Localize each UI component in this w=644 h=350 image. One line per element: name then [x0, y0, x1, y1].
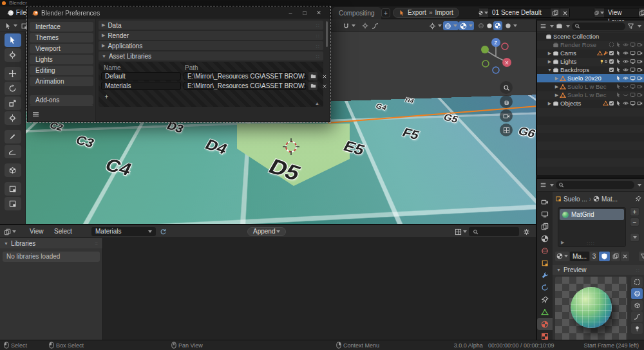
file-menu[interactable]: File [4, 8, 29, 18]
scene-name-field[interactable]: 01 Scene Default [488, 8, 550, 17]
editor-type-icon[interactable] [540, 23, 547, 30]
chk-toggle-icon[interactable] [609, 67, 614, 73]
ptr-toggle-icon[interactable] [616, 42, 621, 48]
preview-section-header[interactable]: ▼ Preview :: [553, 265, 644, 275]
sq-toggle-icon[interactable] [609, 42, 614, 48]
properties-tab-view-layer[interactable] [537, 220, 553, 232]
ptr-toggle-icon[interactable] [616, 92, 621, 98]
expand-arrow[interactable]: ▶ [547, 51, 553, 56]
tool-cursor[interactable] [5, 48, 21, 62]
expand-arrow[interactable]: ▼ [547, 68, 553, 72]
ptr-toggle-icon[interactable] [616, 50, 621, 56]
expand-arrow[interactable]: ▶ [554, 76, 560, 81]
eye-toggle-icon[interactable] [623, 59, 629, 64]
browse-folder-button[interactable] [308, 72, 317, 80]
sidebar-item-add-ons[interactable]: Add-ons [30, 95, 93, 105]
preferences-scrollbar[interactable] [326, 21, 328, 47]
scene-browse-icon[interactable] [478, 8, 488, 17]
unlink-material-button[interactable] [621, 252, 629, 261]
preview-shape-plane[interactable] [631, 277, 643, 288]
export-button[interactable]: Export [408, 8, 426, 18]
cam-toggle-icon[interactable] [637, 59, 643, 64]
outliner-row-suelo-20x20[interactable]: ▶Suelo 20x20 [537, 74, 644, 82]
eyec-toggle-icon[interactable] [623, 84, 629, 89]
tool-corner-tool-a[interactable] [5, 182, 21, 196]
cam-toggle-icon[interactable] [637, 50, 643, 56]
ptr-toggle-icon[interactable] [616, 84, 621, 89]
preview-shape-sphere[interactable] [631, 288, 643, 299]
properties-tab-scene[interactable] [537, 232, 553, 244]
node-filter-button[interactable] [639, 252, 644, 261]
ptr-toggle-icon[interactable] [616, 75, 621, 81]
nav-zoom-button[interactable] [500, 81, 513, 94]
screen-toggle-icon[interactable] [630, 42, 636, 48]
shading-material-icon[interactable] [493, 21, 502, 30]
xray-toggle-icon[interactable] [459, 21, 474, 30]
outliner-row-objects[interactable]: ▶Objects [537, 99, 644, 107]
chk-toggle-icon[interactable] [609, 59, 614, 64]
browse-folder-button[interactable] [308, 82, 317, 90]
screen-toggle-icon[interactable] [630, 50, 636, 56]
preview-shape-lamp[interactable] [631, 323, 643, 334]
add-workspace-button[interactable]: + [381, 8, 390, 17]
properties-tab-output[interactable] [537, 208, 553, 220]
tool-rotate[interactable] [5, 82, 21, 95]
screen-toggle-icon[interactable] [630, 59, 636, 64]
active-tool-icon[interactable] [3, 21, 19, 30]
view-layer-new-button[interactable] [638, 8, 644, 17]
outliner-row-scene-collection[interactable]: Scene Collection [537, 32, 644, 41]
screen-toggle-icon[interactable] [630, 100, 636, 106]
properties-tab-render[interactable] [537, 196, 553, 208]
section-applications[interactable]: ▶Applications:: [99, 41, 323, 50]
asset-grid-area[interactable] [103, 238, 536, 340]
outliner-row-render-rose[interactable]: Render Rose [537, 41, 644, 49]
tab-compositing[interactable]: Compositing [332, 7, 381, 19]
cam-toggle-icon[interactable] [637, 92, 643, 98]
sidebar-item-animation[interactable]: Animation [30, 77, 93, 86]
properties-tab-material[interactable] [537, 318, 553, 330]
expand-arrow[interactable]: ▶ [554, 93, 560, 98]
material-name-field[interactable]: Ma... [570, 252, 589, 261]
append-dropdown[interactable]: Append [247, 227, 286, 236]
library-path-field[interactable]: E:\Mirror\_Resources CG\ASSET BROWSER\ [184, 72, 306, 80]
eye-toggle-icon[interactable] [623, 75, 629, 81]
cam-toggle-icon[interactable] [637, 100, 643, 106]
view-menu[interactable]: View [30, 225, 44, 238]
sidebar-item-editing[interactable]: Editing [30, 66, 93, 75]
editor-type-icon[interactable] [4, 225, 16, 238]
eye-toggle-icon[interactable] [623, 100, 629, 106]
filter-icon[interactable] [627, 23, 634, 30]
eye-toggle-icon[interactable] [623, 67, 629, 73]
tool-move[interactable] [5, 67, 21, 80]
slot-specials-button[interactable] [630, 233, 639, 242]
outliner-row-lights[interactable]: ▶Lights6 [537, 57, 644, 66]
properties-tab-world[interactable] [537, 244, 553, 257]
resize-grip[interactable]: :::: [587, 240, 595, 246]
cam-toggle-icon[interactable] [637, 42, 643, 48]
add-library-button[interactable]: + [102, 93, 111, 102]
editor-type-icon[interactable] [540, 181, 547, 189]
sidebar-item-lights[interactable]: Lights [30, 55, 93, 64]
select-menu[interactable]: Select [54, 225, 72, 238]
asset-type-dropdown[interactable]: Materials [91, 227, 156, 236]
shading-solid-icon[interactable] [485, 21, 494, 30]
expand-arrow[interactable]: ▶ [547, 101, 553, 106]
minimize-button[interactable]: – [283, 8, 298, 18]
breadcrumb-material[interactable]: Mat... [601, 196, 618, 203]
outliner-row-cams[interactable]: ▶Cams [537, 49, 644, 57]
screen-toggle-icon[interactable] [630, 84, 636, 89]
shading-wireframe-icon[interactable] [477, 21, 486, 30]
properties-tab-modifiers[interactable] [537, 269, 553, 281]
users-count-button[interactable]: 3 [590, 252, 598, 261]
eye-toggle-icon[interactable] [623, 42, 629, 48]
nav-pan-button[interactable] [500, 95, 513, 108]
display-mode-button[interactable] [455, 225, 467, 238]
outliner-search-input[interactable] [572, 23, 625, 30]
new-material-button[interactable] [611, 252, 620, 261]
proportional-editing-icon[interactable] [361, 21, 370, 30]
navigation-gizmo[interactable]: Z X [477, 35, 515, 75]
properties-options-chevron[interactable] [638, 184, 641, 187]
screen-toggle-icon[interactable] [630, 75, 636, 81]
preferences-menu-icon[interactable] [32, 110, 40, 118]
tool-annotate[interactable] [5, 130, 21, 143]
